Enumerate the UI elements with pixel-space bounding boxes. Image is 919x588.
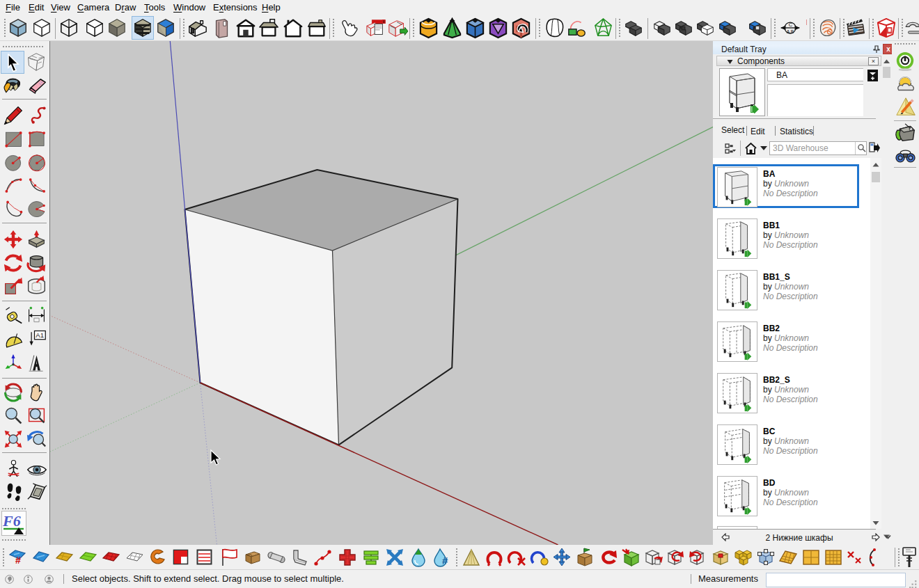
svg-text:C: C [789, 22, 793, 28]
svg-text:F6: F6 [2, 512, 21, 530]
svg-text:A1: A1 [36, 331, 44, 339]
svg-text:#: # [442, 555, 448, 566]
svg-text:A B: A B [787, 29, 794, 34]
svg-text:#: # [15, 555, 21, 566]
